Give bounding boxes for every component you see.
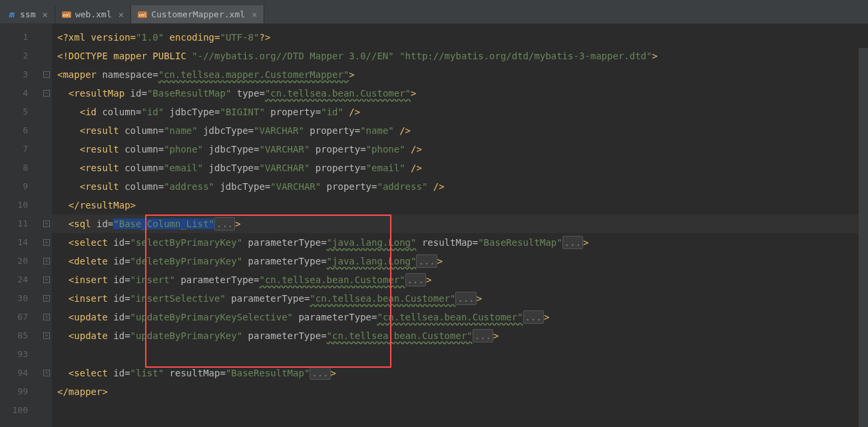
line-number[interactable]: 3 (0, 65, 41, 84)
code-line: <update id="updateByPrimaryKey" paramete… (52, 326, 868, 345)
folded-marker[interactable]: ... (473, 329, 493, 342)
editor-tabs: m ssm × xml web.xml × xml CustomerMapper… (0, 5, 868, 24)
code-line: <result column="name" jdbcType="VARCHAR"… (52, 121, 868, 140)
line-number[interactable]: 85 (0, 326, 41, 345)
code-editor[interactable]: <?xml version="1.0" encoding="UTF-8"?> <… (52, 24, 868, 427)
line-number[interactable]: 4 (0, 84, 41, 103)
fold-expand-icon[interactable]: + (43, 258, 50, 264)
code-line: <update id="updateByPrimaryKeySelective"… (52, 308, 868, 326)
code-line: <select id="list" resultMap="BaseResultM… (52, 364, 868, 382)
folded-marker[interactable]: ... (214, 217, 235, 230)
folded-marker[interactable]: ... (455, 292, 476, 305)
code-line: <select id="selectByPrimaryKey" paramete… (52, 233, 868, 252)
line-number[interactable]: 8 (0, 159, 41, 177)
code-line: <insert id="insertSelective" parameterTy… (52, 289, 868, 308)
fold-expand-icon[interactable]: + (43, 370, 50, 376)
fold-expand-icon[interactable]: + (43, 332, 50, 339)
code-line: <id column="id" jdbcType="BIGINT" proper… (52, 103, 868, 121)
tab-label: ssm (20, 9, 35, 19)
editor-container: 1 2 3 4 5 6 7 8 9 10 11 14 20 24 30 67 8… (0, 24, 868, 427)
tab-label: CustomerMapper.xml (151, 9, 245, 19)
line-number[interactable]: 24 (0, 270, 41, 289)
code-line: <delete id="deleteByPrimaryKey" paramete… (52, 252, 868, 270)
tab-customer-mapper[interactable]: xml CustomerMapper.xml × (131, 5, 264, 23)
line-number[interactable]: 6 (0, 121, 41, 140)
folded-marker[interactable]: ... (562, 236, 583, 249)
tab-label: web.xml (75, 9, 112, 19)
line-number[interactable]: 30 (0, 289, 41, 308)
folded-marker[interactable]: ... (310, 366, 330, 380)
line-number[interactable]: 5 (0, 103, 41, 121)
line-number[interactable]: 100 (0, 401, 41, 420)
line-number[interactable]: 99 (0, 382, 41, 401)
code-line: </mapper> (52, 382, 868, 401)
vertical-scrollbar[interactable] (859, 48, 868, 427)
line-number[interactable]: 14 (0, 233, 41, 252)
svg-text:xml: xml (138, 13, 147, 18)
code-line: <resultMap id="BaseResultMap" type="cn.t… (52, 84, 868, 103)
folded-marker[interactable]: ... (523, 310, 544, 324)
line-number[interactable]: 93 (0, 345, 41, 364)
line-number[interactable]: 94 (0, 364, 41, 382)
code-line: <result column="phone" jdbcType="VARCHAR… (52, 140, 868, 159)
fold-expand-icon[interactable]: + (43, 314, 50, 320)
code-line (52, 345, 868, 364)
close-icon[interactable]: × (118, 9, 124, 20)
code-line: <mapper namespace="cn.tellsea.mapper.Cus… (52, 65, 868, 84)
line-number[interactable]: 7 (0, 140, 41, 159)
line-number-gutter[interactable]: 1 2 3 4 5 6 7 8 9 10 11 14 20 24 30 67 8… (0, 24, 41, 427)
line-number[interactable]: 2 (0, 47, 41, 65)
code-line: </resultMap> (52, 196, 868, 214)
code-line: <?xml version="1.0" encoding="UTF-8"?> (52, 28, 868, 47)
fold-collapse-icon[interactable]: − (43, 90, 50, 97)
folded-marker[interactable]: ... (405, 273, 426, 286)
close-icon[interactable]: × (252, 9, 257, 20)
code-line: <result column="address" jdbcType="VARCH… (52, 177, 868, 196)
fold-expand-icon[interactable]: + (43, 239, 50, 246)
tab-web-xml[interactable]: xml web.xml × (55, 5, 131, 23)
line-number[interactable]: 10 (0, 196, 41, 214)
tab-ssm[interactable]: m ssm × (0, 5, 55, 23)
code-line: <result column="email" jdbcType="VARCHAR… (52, 159, 868, 177)
fold-expand-icon[interactable]: + (43, 220, 50, 227)
module-icon: m (7, 10, 16, 19)
svg-text:xml: xml (63, 13, 71, 18)
folded-marker[interactable]: ... (416, 254, 437, 268)
line-number[interactable]: 1 (0, 28, 41, 47)
fold-expand-icon[interactable]: + (43, 295, 50, 302)
fold-collapse-icon[interactable]: − (43, 71, 50, 78)
xml-icon: xml (138, 10, 147, 19)
line-number[interactable]: 20 (0, 252, 41, 270)
line-number[interactable]: 11 (0, 214, 41, 233)
breadcrumb-bar (0, 0, 868, 5)
line-number[interactable]: 9 (0, 177, 41, 196)
fold-expand-icon[interactable]: + (43, 276, 50, 283)
code-line-current: <sql id="Base_Column_List"...> (52, 214, 868, 233)
code-line: <insert id="insert" parameterType="cn.te… (52, 270, 868, 289)
close-icon[interactable]: × (42, 9, 47, 20)
xml-icon: xml (62, 10, 71, 19)
line-number[interactable]: 67 (0, 308, 41, 326)
code-line: <!DOCTYPE mapper PUBLIC "-//mybatis.org/… (52, 47, 868, 65)
fold-gutter: − − + + + + + + + + (41, 24, 52, 427)
